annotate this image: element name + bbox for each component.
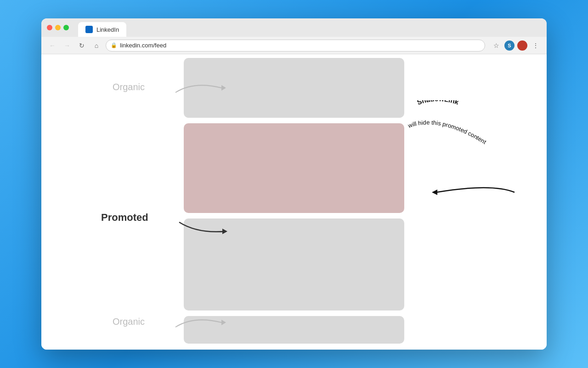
svg-text:ShadowLink: ShadowLink — [416, 100, 460, 106]
menu-button[interactable]: ⋮ — [530, 40, 541, 51]
svg-text:will hide this promoted conten: will hide this promoted content — [407, 119, 487, 145]
arrow-organic-top — [171, 79, 226, 108]
minimize-button[interactable] — [55, 25, 61, 30]
home-button[interactable]: ⌂ — [91, 40, 102, 51]
lock-icon: 🔒 — [111, 42, 117, 48]
address-bar[interactable]: 🔒 linkedin.com/feed — [106, 40, 485, 52]
annotation-area: ShadowLink will hide this promoted conte… — [400, 100, 537, 259]
page-content: Organic Promoted Organic — [41, 54, 547, 350]
tab-area: LinkedIn — [78, 18, 126, 37]
annotation-svg: ShadowLink will hide this promoted conte… — [400, 100, 537, 257]
back-button[interactable]: ← — [47, 40, 58, 51]
bookmark-button[interactable]: ☆ — [491, 40, 502, 51]
tab-favicon — [85, 26, 93, 33]
url-text: linkedin.com/feed — [120, 42, 166, 49]
label-promoted: Promoted — [101, 212, 148, 224]
profile-avatar-blue[interactable]: S — [504, 40, 514, 51]
label-organic-top: Organic — [113, 82, 145, 92]
arrow-organic-bottom — [171, 313, 226, 343]
arrow-promoted-svg — [175, 215, 230, 243]
nav-right-buttons: ☆ S ⋮ — [491, 40, 541, 51]
browser-tab[interactable]: LinkedIn — [78, 22, 126, 37]
svg-marker-0 — [221, 85, 226, 91]
arrow-organic-bottom-svg — [171, 313, 226, 341]
title-bar: LinkedIn — [41, 18, 547, 37]
feed-card-promoted — [184, 123, 404, 213]
forward-button[interactable]: → — [62, 40, 73, 51]
maximize-button[interactable] — [63, 25, 69, 30]
arrow-organic-top-svg — [171, 79, 226, 106]
svg-marker-2 — [221, 320, 226, 325]
profile-avatar-red[interactable] — [517, 40, 527, 51]
browser-window: LinkedIn ← → ↻ ⌂ 🔒 linkedin.com/feed ☆ S… — [41, 18, 547, 350]
svg-marker-1 — [222, 229, 227, 234]
close-button[interactable] — [47, 25, 52, 30]
arrow-promoted — [175, 215, 230, 245]
traffic-lights — [47, 25, 69, 30]
refresh-button[interactable]: ↻ — [76, 40, 87, 51]
label-organic-bottom: Organic — [113, 316, 145, 327]
svg-marker-3 — [432, 190, 437, 195]
nav-bar: ← → ↻ ⌂ 🔒 linkedin.com/feed ☆ S ⋮ — [41, 37, 547, 54]
tab-title: LinkedIn — [96, 26, 119, 33]
